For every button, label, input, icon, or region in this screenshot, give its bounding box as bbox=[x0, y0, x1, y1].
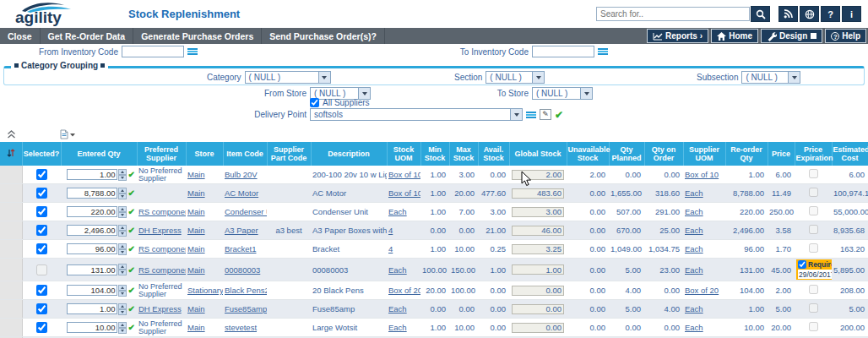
global-stock-input[interactable] bbox=[512, 264, 564, 275]
column-header[interactable]: Unavailable Stock bbox=[567, 142, 609, 166]
spin-up-icon[interactable] bbox=[118, 322, 127, 328]
preferred-supplier-link[interactable]: DH Express bbox=[138, 226, 182, 235]
spin-down-icon[interactable] bbox=[118, 249, 127, 255]
item-code-link[interactable]: AC Motor bbox=[225, 188, 258, 198]
price-expiration-date-input[interactable] bbox=[798, 270, 832, 279]
design-button[interactable]: Design bbox=[761, 29, 822, 43]
stock-uom-link[interactable]: Box of 10 bbox=[388, 170, 420, 179]
spin-down-icon[interactable] bbox=[118, 309, 127, 315]
item-code-link[interactable]: Bulb 20V bbox=[225, 170, 258, 179]
to-store-select[interactable]: ( NULL ) bbox=[532, 87, 593, 100]
spin-up-icon[interactable] bbox=[118, 169, 127, 175]
column-header[interactable]: Supplier UOM bbox=[683, 142, 725, 166]
entered-qty-input[interactable] bbox=[67, 169, 117, 180]
lookup-icon[interactable] bbox=[187, 48, 198, 55]
entered-qty-input[interactable] bbox=[67, 188, 117, 199]
search-button[interactable] bbox=[751, 6, 770, 22]
row-selected-checkbox[interactable] bbox=[36, 264, 47, 275]
spin-up-icon[interactable] bbox=[118, 188, 127, 194]
spin-down-icon[interactable] bbox=[118, 328, 127, 334]
home-button[interactable]: Home bbox=[711, 29, 758, 43]
global-stock-input[interactable] bbox=[512, 304, 564, 314]
store-link[interactable]: Main bbox=[187, 188, 205, 198]
item-code-link[interactable]: Fuse85amp bbox=[225, 304, 267, 313]
info-button[interactable]: i bbox=[842, 6, 861, 22]
item-code-link[interactable]: stevetest bbox=[225, 323, 257, 332]
global-stock-input[interactable] bbox=[512, 323, 564, 333]
stock-uom-link[interactable]: 4 bbox=[388, 244, 393, 254]
spin-up-icon[interactable] bbox=[118, 206, 127, 212]
supplier-uom-link[interactable]: Box of 10 bbox=[685, 170, 719, 179]
price-expiration-checkbox[interactable] bbox=[809, 243, 818, 253]
item-code-link[interactable]: Black Pens2 bbox=[225, 286, 267, 295]
help-toolbar-button[interactable]: ? Help bbox=[825, 29, 866, 43]
close-button[interactable]: Close bbox=[0, 28, 41, 44]
column-header[interactable]: Item Code bbox=[223, 142, 267, 166]
entered-qty-input[interactable] bbox=[67, 243, 117, 254]
store-link[interactable]: Main bbox=[187, 226, 205, 235]
store-link[interactable]: Main bbox=[187, 244, 205, 254]
price-expiration-checkbox[interactable] bbox=[809, 322, 818, 331]
item-code-link[interactable]: 00080003 bbox=[225, 265, 260, 275]
column-header[interactable]: Estimated Cost bbox=[832, 142, 868, 166]
column-header-sort[interactable] bbox=[0, 142, 22, 166]
column-header[interactable]: Entered Qty bbox=[61, 142, 137, 166]
stock-uom-link[interactable]: Each bbox=[388, 323, 407, 332]
supplier-uom-link[interactable]: Each bbox=[685, 207, 703, 216]
supplier-uom-link[interactable]: Each bbox=[685, 304, 703, 313]
column-header[interactable]: Price bbox=[768, 142, 795, 166]
spin-up-icon[interactable] bbox=[118, 243, 127, 249]
delivery-point-select[interactable]: softsols bbox=[310, 108, 523, 121]
row-selected-checkbox[interactable] bbox=[36, 188, 47, 199]
stock-uom-link[interactable]: Each bbox=[388, 304, 407, 313]
stock-uom-link[interactable]: Box of 10 bbox=[388, 188, 420, 198]
get-reorder-data-button[interactable]: Get Re-Order Data bbox=[41, 28, 134, 44]
column-header[interactable]: Preferred Supplier bbox=[137, 142, 186, 166]
price-expiration-checkbox[interactable] bbox=[809, 225, 818, 234]
price-expiration-checkbox[interactable] bbox=[809, 169, 818, 178]
spin-down-icon[interactable] bbox=[118, 175, 127, 181]
spin-up-icon[interactable] bbox=[118, 264, 127, 270]
stock-uom-link[interactable]: Box of 20 bbox=[388, 286, 420, 295]
store-link[interactable]: Main bbox=[187, 304, 205, 313]
all-suppliers-checkbox[interactable] bbox=[310, 98, 319, 107]
row-selected-checkbox[interactable] bbox=[36, 303, 47, 314]
supplier-uom-link[interactable]: Each bbox=[685, 323, 703, 332]
spin-down-icon[interactable] bbox=[118, 291, 127, 297]
lookup-icon[interactable] bbox=[526, 112, 536, 118]
spin-up-icon[interactable] bbox=[118, 303, 127, 309]
subsection-select[interactable]: ( NULL ) bbox=[741, 71, 800, 84]
supplier-uom-link[interactable]: Each bbox=[685, 244, 703, 254]
store-link[interactable]: Main bbox=[187, 323, 205, 332]
row-selected-checkbox[interactable] bbox=[36, 285, 47, 296]
column-header[interactable]: Qty on Order bbox=[644, 142, 683, 166]
generate-purchase-orders-button[interactable]: Generate Purchase Orders bbox=[133, 28, 262, 44]
reports-button[interactable]: Reports › bbox=[647, 29, 708, 43]
supplier-uom-link[interactable]: Each bbox=[685, 265, 703, 275]
global-stock-input[interactable] bbox=[512, 244, 564, 254]
price-expiration-checkbox[interactable] bbox=[809, 303, 818, 313]
column-header[interactable]: Supplier Part Code bbox=[267, 142, 311, 166]
collapse-panel-button[interactable] bbox=[7, 130, 16, 139]
preferred-supplier-link[interactable]: RS components bbox=[138, 244, 186, 254]
column-header[interactable]: Price Expiration bbox=[795, 142, 832, 166]
section-select[interactable]: ( NULL ) bbox=[486, 71, 545, 84]
spin-up-icon[interactable] bbox=[118, 225, 127, 231]
store-link[interactable]: Main bbox=[187, 170, 205, 179]
store-link[interactable]: Main bbox=[187, 265, 205, 275]
entered-qty-input[interactable] bbox=[67, 225, 117, 236]
item-code-link[interactable]: Bracket1 bbox=[225, 244, 257, 254]
search-input[interactable] bbox=[596, 7, 750, 21]
row-selected-checkbox[interactable] bbox=[36, 169, 47, 180]
preferred-supplier-link[interactable]: DH Express bbox=[138, 304, 182, 313]
item-code-link[interactable]: A3 Paper bbox=[225, 226, 258, 235]
price-expiration-checkbox[interactable] bbox=[798, 260, 806, 269]
column-header[interactable]: Selected? bbox=[22, 142, 61, 166]
entered-qty-input[interactable] bbox=[67, 285, 117, 296]
send-purchase-orders-button[interactable]: Send Purchase Order(s)? bbox=[262, 28, 385, 44]
global-stock-input[interactable] bbox=[512, 188, 564, 199]
edit-icon[interactable]: ✎ bbox=[540, 109, 551, 120]
column-header[interactable]: Avail. Stock bbox=[478, 142, 509, 166]
column-header[interactable]: Qty Planned bbox=[609, 142, 644, 166]
store-link[interactable]: Stationary bbox=[187, 286, 223, 295]
